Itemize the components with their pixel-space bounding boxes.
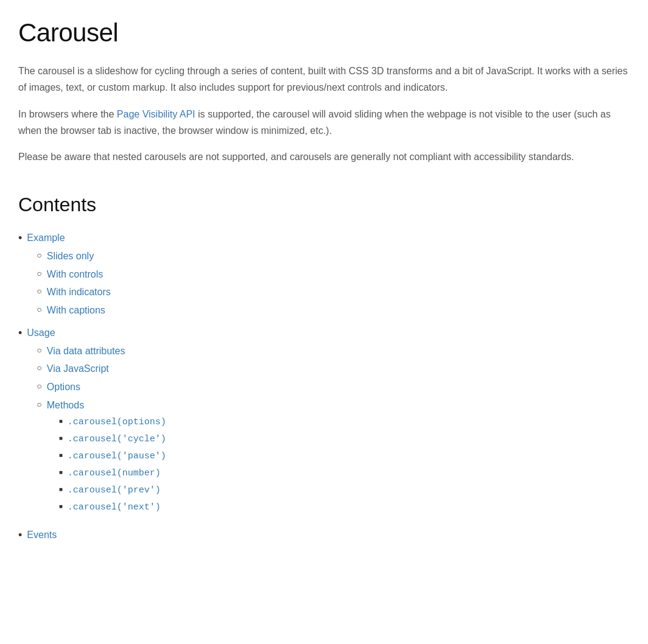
nav-link-carousel-next[interactable]: .carousel('next') <box>68 500 161 515</box>
nav-link-carousel-cycle[interactable]: .carousel('cycle') <box>68 432 166 447</box>
nav-item-with-indicators: With indicators <box>37 284 630 300</box>
nav-item-options: Options <box>37 379 630 395</box>
example-sublist: Slides only With controls With indicator… <box>37 248 630 320</box>
description-section: The carousel is a slideshow for cycling … <box>18 63 630 165</box>
nav-link-with-controls[interactable]: With controls <box>47 267 103 282</box>
methods-sublist: .carousel(options) .carousel('cycle') .c… <box>59 415 630 517</box>
nav-link-with-indicators[interactable]: With indicators <box>47 284 111 300</box>
nav-link-carousel-options[interactable]: .carousel(options) <box>68 415 166 430</box>
usage-sublist: Via data attributes Via JavaScript Optio… <box>37 343 630 522</box>
nav-item-methods: Methods .carousel(options) .carousel('cy… <box>37 397 630 520</box>
nav-item-carousel-prev: .carousel('prev') <box>59 483 630 498</box>
nav-item-with-controls: With controls <box>37 267 630 282</box>
nav-item-carousel-cycle: .carousel('cycle') <box>59 432 630 447</box>
nav-link-with-captions[interactable]: With captions <box>47 303 105 318</box>
page-visibility-api-link[interactable]: Page Visibility API <box>117 109 195 119</box>
nav-link-usage[interactable]: Usage <box>27 325 630 341</box>
nav-link-methods[interactable]: Methods <box>47 397 630 413</box>
nav-item-via-javascript: Via JavaScript <box>37 361 630 377</box>
nav-item-slides-only: Slides only <box>37 248 630 264</box>
nav-link-example[interactable]: Example <box>27 230 630 246</box>
nav-link-carousel-number[interactable]: .carousel(number) <box>68 466 161 481</box>
nav-item-via-data-attributes: Via data attributes <box>37 343 630 359</box>
nav-link-via-javascript[interactable]: Via JavaScript <box>47 361 109 377</box>
nav-item-carousel-pause: .carousel('pause') <box>59 449 630 464</box>
description-paragraph-3: Please be aware that nested carousels ar… <box>18 149 630 165</box>
nav-item-carousel-options: .carousel(options) <box>59 415 630 430</box>
nav-link-slides-only[interactable]: Slides only <box>47 248 94 264</box>
description-paragraph-2: In browsers where the Page Visibility AP… <box>18 106 630 139</box>
nav-item-carousel-next: .carousel('next') <box>59 500 630 515</box>
nav-link-options[interactable]: Options <box>47 379 80 395</box>
contents-list: Example Slides only With controls With i… <box>18 230 630 544</box>
page-title: Carousel <box>18 12 630 53</box>
description-paragraph-1: The carousel is a slideshow for cycling … <box>18 63 630 96</box>
nav-item-usage: Usage Via data attributes Via JavaScript… <box>18 325 630 525</box>
nav-link-carousel-pause[interactable]: .carousel('pause') <box>68 449 166 464</box>
nav-link-via-data-attributes[interactable]: Via data attributes <box>47 343 125 359</box>
nav-item-carousel-number: .carousel(number) <box>59 466 630 481</box>
nav-link-events[interactable]: Events <box>27 527 630 543</box>
nav-item-with-captions: With captions <box>37 303 630 318</box>
nav-item-events: Events <box>18 527 630 544</box>
description2-prefix: In browsers where the <box>18 109 117 119</box>
nav-item-example: Example Slides only With controls With i… <box>18 230 630 323</box>
nav-link-carousel-prev[interactable]: .carousel('prev') <box>68 483 161 498</box>
contents-heading: Contents <box>18 189 630 220</box>
